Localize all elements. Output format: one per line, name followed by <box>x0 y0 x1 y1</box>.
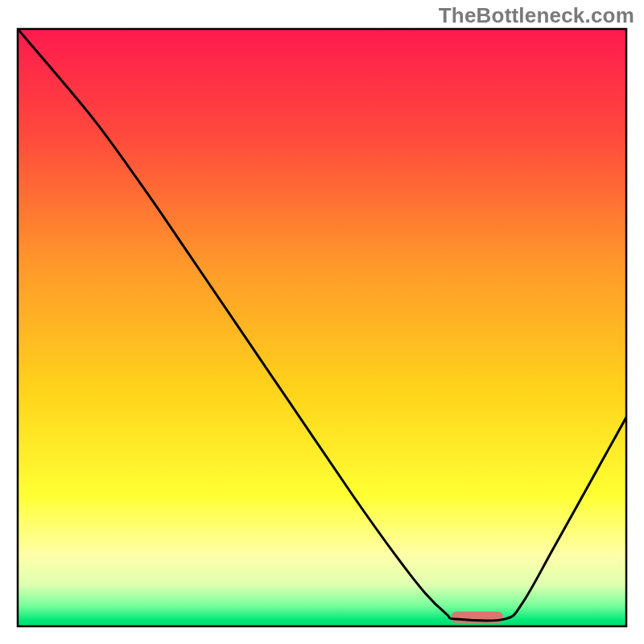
watermark-text: TheBottleneck.com <box>439 3 634 28</box>
chart-container: TheBottleneck.com <box>0 0 644 644</box>
chart-svg <box>0 0 644 644</box>
plot-background-gradient <box>18 29 626 626</box>
